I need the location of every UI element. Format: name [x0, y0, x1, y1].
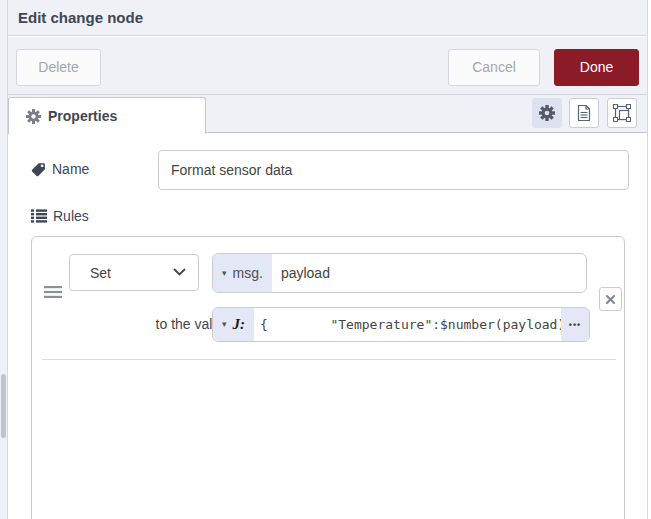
rules-list: Set ▾ msg. payload to the value ▾ J: { "…	[31, 236, 625, 519]
value-type-button[interactable]: ▾ J:	[213, 308, 254, 341]
done-button[interactable]: Done	[554, 49, 639, 86]
rule-divider	[42, 359, 616, 360]
list-icon	[31, 209, 47, 223]
rule-value-input: ▾ J: { "Temperature":$number(payload) ••…	[212, 307, 590, 342]
description-button[interactable]	[569, 98, 599, 128]
document-icon	[576, 104, 592, 122]
tab-strip: Properties	[8, 95, 647, 133]
property-type-button[interactable]: ▾ msg.	[213, 254, 272, 292]
edit-change-node-dialog: Edit change node Delete Cancel Done	[7, 0, 648, 519]
jsonata-expression-icon: J:	[233, 317, 246, 332]
dialog-header: Edit change node	[8, 0, 647, 36]
cancel-button[interactable]: Cancel	[448, 49, 540, 86]
gear-icon	[539, 105, 555, 121]
gear-icon	[26, 109, 41, 124]
tab-properties-label: Properties	[48, 108, 117, 124]
caret-down-icon: ▾	[222, 269, 227, 278]
name-label-text: Name	[52, 161, 89, 177]
tab-properties[interactable]: Properties	[8, 97, 206, 134]
rule-delete-button[interactable]	[599, 287, 622, 311]
rules-label-text: Rules	[53, 208, 89, 224]
caret-down-icon: ▾	[222, 320, 227, 329]
chevron-down-icon	[173, 268, 186, 277]
rule-action-select[interactable]: Set	[69, 254, 199, 291]
property-type-label: msg.	[233, 265, 263, 281]
tag-icon	[31, 162, 46, 177]
rule-action-value: Set	[90, 265, 173, 281]
dialog-button-bar: Delete Cancel Done	[8, 37, 647, 95]
rule-drag-handle[interactable]	[44, 285, 62, 299]
appearance-frame-icon	[613, 104, 631, 122]
scrollbar-thumb[interactable]	[1, 374, 6, 438]
delete-button[interactable]: Delete	[16, 49, 101, 86]
expression-value[interactable]: { "Temperature":$number(payload)	[254, 308, 561, 341]
rule-property-input: ▾ msg. payload	[212, 253, 587, 293]
properties-gear-button[interactable]	[532, 98, 562, 128]
dialog-title: Edit change node	[18, 9, 143, 26]
property-value[interactable]: payload	[272, 254, 586, 292]
expand-expression-button[interactable]: •••	[561, 308, 589, 341]
appearance-button[interactable]	[607, 98, 637, 128]
left-scrollbar[interactable]	[0, 0, 7, 519]
name-input[interactable]	[158, 150, 629, 190]
to-the-value-label: to the value	[107, 316, 228, 332]
rules-section-label: Rules	[31, 208, 89, 224]
close-icon	[605, 294, 616, 305]
name-field-label: Name	[31, 161, 89, 177]
